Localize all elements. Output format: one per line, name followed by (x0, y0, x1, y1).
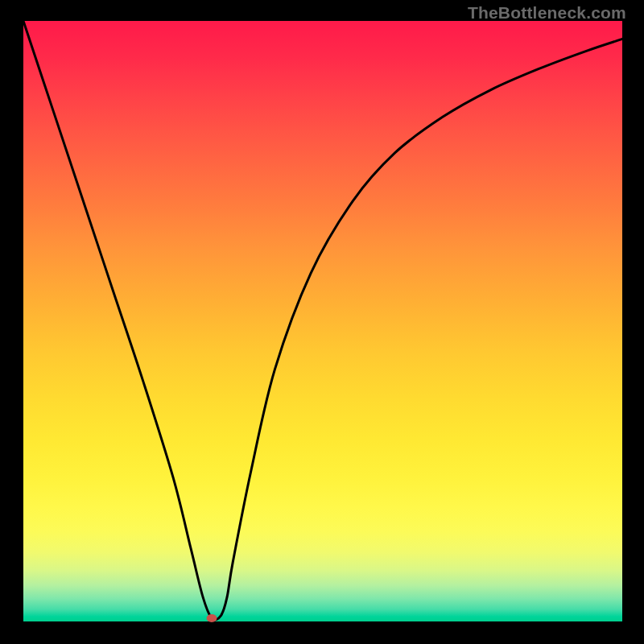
watermark-text: TheBottleneck.com (468, 3, 626, 23)
plot-area (23, 21, 622, 621)
bottleneck-curve (23, 21, 622, 620)
minimum-marker-icon (207, 614, 217, 622)
curve-svg (23, 21, 622, 621)
chart-frame: TheBottleneck.com (0, 0, 644, 644)
